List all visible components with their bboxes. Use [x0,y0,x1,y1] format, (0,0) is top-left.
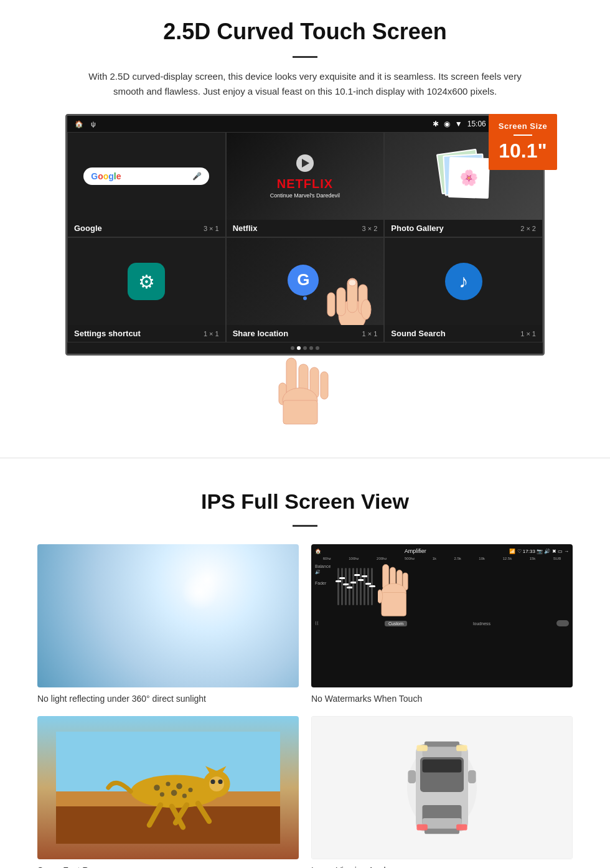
music-note-icon: ♪ [459,271,468,292]
sound-label-row: Sound Search 1 × 1 [385,325,542,342]
svg-rect-4 [337,288,345,316]
status-bar: 🏠 ψ ✱ ◉ ▼ 15:06 📷 🔊 ✖ □ [67,116,543,132]
app-cell-netflix[interactable]: NETFLIX Continue Marvel's Daredevil Netf… [226,132,385,237]
feature-img-cheetah [37,716,299,859]
svg-point-27 [166,781,170,786]
app-grid-bottom: ⚙ Settings shortcut 1 × 1 G [67,237,543,342]
amp-slider-6 [356,568,358,605]
amp-side-controls: Balance 🔊 Fader [315,562,569,618]
feature-label-angle: Large Viewing Angle [311,866,573,868]
amp-icons: 📶 ♡ 17:33 📷 🔊 ✖ ▭ → [509,549,569,554]
svg-point-21 [378,590,383,603]
svg-point-6 [361,300,371,319]
amp-home-icon: 🏠 [315,549,321,554]
dot-1 [291,346,294,350]
svg-rect-5 [327,293,335,316]
location-icon: ◉ [444,120,450,128]
amp-bottom-controls: ⟨⟨ Custom loudness [315,620,569,626]
dot-3 [303,346,307,350]
svg-rect-24 [56,806,280,844]
settings-icon-wrap: ⚙ [128,263,165,300]
amp-custom-button[interactable]: Custom [385,621,407,626]
svg-rect-56 [416,824,428,831]
amp-header: 🏠 Amplifier 📶 ♡ 17:33 📷 🔊 ✖ ▭ → [315,548,569,554]
svg-rect-53 [425,829,459,834]
google-logo: Google [91,171,121,181]
section-curved-screen: 2.5D Curved Touch Screen With 2.5D curve… [0,0,610,439]
share-label-row: Share location 1 × 1 [227,325,384,342]
sound-app-name: Sound Search [391,329,445,338]
feature-img-amplifier: 🏠 Amplifier 📶 ♡ 17:33 📷 🔊 ✖ ▭ → 60hz 100… [311,544,573,687]
amp-slider-5 [352,568,354,605]
svg-point-32 [182,794,187,798]
mic-icon: 🎤 [192,172,202,181]
netflix-bg: NETFLIX Continue Marvel's Daredevil [227,133,384,220]
bluetooth-icon: ✱ [433,120,439,128]
hand-overlay [321,244,377,325]
feature-viewing-angle: Large Viewing Angle [311,716,573,868]
wifi-icon: ▼ [455,120,462,128]
feature-sunlight: No light reflecting under 360° direct su… [37,544,299,704]
badge-divider [514,134,532,136]
amp-labels: Balance 🔊 Fader [315,562,332,618]
badge-label: Screen Size [494,121,552,131]
feature-label-sunlight: No light reflecting under 360° direct su… [37,694,299,704]
photo-card-3: 🌸 [448,157,490,199]
amp-slider-2 [341,568,343,605]
google-app-size: 3 × 1 [204,225,219,232]
home-icon: 🏠 [75,120,83,128]
amp-prev-icon: ⟨⟨ [315,621,319,626]
settings-app-name: Settings shortcut [74,329,141,338]
finger-gesture-area [37,352,573,427]
share-app-size: 1 × 1 [362,330,378,337]
screen-size-badge: Screen Size 10.1" [489,114,557,170]
amp-slider-8 [364,568,365,605]
app-cell-google[interactable]: Google 🎤 Google 3 × 1 [67,132,226,237]
amp-hand-area [378,562,412,618]
section1-underline [293,56,317,58]
svg-point-34 [209,776,224,791]
badge-size-value: 10.1" [494,139,552,163]
netflix-app-size: 3 × 2 [362,225,378,232]
netflix-play-btn[interactable] [296,154,314,172]
amp-slider-10 [371,568,373,605]
google-cell-inner: Google 🎤 [68,133,225,220]
svg-rect-57 [456,824,467,831]
amp-slider-7 [360,568,362,605]
feature-watermark: 🏠 Amplifier 📶 ♡ 17:33 📷 🔊 ✖ ▭ → 60hz 100… [311,544,573,704]
sound-icon-wrap: ♪ [445,263,482,300]
svg-rect-52 [425,742,459,747]
google-search-bar[interactable]: Google 🎤 [83,167,209,185]
app-cell-sound-search[interactable]: ♪ Sound Search 1 × 1 [384,237,543,342]
amp-loudness-label: loudness [473,621,490,626]
section2-title: IPS Full Screen View [37,489,573,514]
settings-app-size: 1 × 1 [204,330,219,337]
play-triangle-icon [302,159,309,167]
amp-slider-1 [337,568,339,605]
feature-label-watermark: No Watermarks When Touch [311,694,573,704]
amp-title: Amplifier [405,548,426,554]
section1-description: With 2.5D curved-display screen, this de… [81,69,529,99]
amp-toggle-switch[interactable] [556,620,569,626]
app-cell-settings[interactable]: ⚙ Settings shortcut 1 × 1 [67,237,226,342]
photo-stack: 🌸 [439,151,489,201]
section1-title: 2.5D Curved Touch Screen [37,19,573,45]
amplifier-screen: 🏠 Amplifier 📶 ♡ 17:33 📷 🔊 ✖ ▭ → 60hz 100… [311,544,573,687]
svg-rect-50 [408,770,416,783]
svg-point-26 [154,785,160,791]
amp-sliders [335,562,375,611]
gmaps-icon: G [288,265,322,299]
svg-rect-51 [468,770,476,783]
svg-rect-7 [349,280,356,286]
app-cell-share-location[interactable]: G [226,237,385,342]
sound-cell-inner: ♪ [385,238,542,325]
share-cell-inner: G [227,238,384,325]
status-time: 15:06 [467,120,486,128]
dot-4 [309,346,313,350]
features-grid: No light reflecting under 360° direct su… [37,544,573,868]
car-top-svg [398,725,486,850]
cheetah-visual [37,716,299,859]
gallery-app-size: 2 × 2 [520,225,536,232]
netflix-cell-inner: NETFLIX Continue Marvel's Daredevil [227,133,384,220]
status-bar-left: 🏠 ψ [75,120,96,128]
